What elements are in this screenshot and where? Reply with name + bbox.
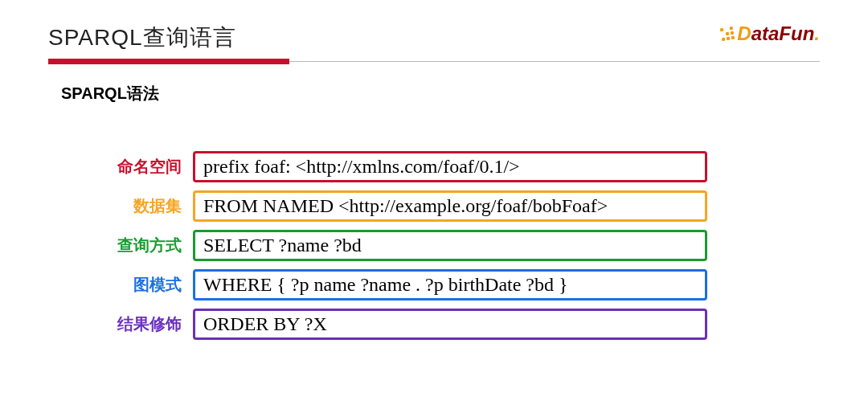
datafun-logo: DataFun. bbox=[721, 22, 820, 45]
logo-text: DataFun. bbox=[737, 22, 820, 45]
logo-dots-icon bbox=[720, 27, 735, 42]
content-area: 命名空间 prefix foaf: <http://xmlns.com/foaf… bbox=[0, 151, 868, 340]
label-pattern: 图模式 bbox=[113, 274, 193, 296]
box-namespace: prefix foaf: <http://xmlns.com/foaf/0.1/… bbox=[193, 151, 707, 182]
logo-letter-d: D bbox=[737, 22, 751, 44]
slide-header: SPARQL查询语言 DataFun. bbox=[0, 0, 868, 53]
logo-rest: ataFun bbox=[751, 22, 815, 44]
label-modifier: 结果修饰 bbox=[113, 313, 193, 335]
row-modifier: 结果修饰 ORDER BY ?X bbox=[113, 309, 868, 340]
logo-dot: . bbox=[814, 22, 820, 44]
row-pattern: 图模式 WHERE { ?p name ?name . ?p birthDate… bbox=[113, 269, 868, 301]
label-namespace: 命名空间 bbox=[113, 156, 193, 178]
label-dataset: 数据集 bbox=[113, 195, 193, 217]
page-title: SPARQL查询语言 bbox=[48, 22, 236, 53]
box-query: SELECT ?name ?bd bbox=[193, 230, 707, 261]
box-pattern: WHERE { ?p name ?name . ?p birthDate ?bd… bbox=[193, 269, 707, 301]
row-dataset: 数据集 FROM NAMED <http://example.org/foaf/… bbox=[113, 190, 868, 222]
box-modifier: ORDER BY ?X bbox=[193, 309, 707, 340]
subtitle: SPARQL语法 bbox=[61, 83, 868, 104]
row-namespace: 命名空间 prefix foaf: <http://xmlns.com/foaf… bbox=[113, 151, 868, 182]
title-underline bbox=[48, 61, 820, 62]
box-dataset: FROM NAMED <http://example.org/foaf/bobF… bbox=[193, 190, 707, 222]
label-query: 查询方式 bbox=[113, 235, 193, 256]
row-query: 查询方式 SELECT ?name ?bd bbox=[113, 230, 868, 261]
